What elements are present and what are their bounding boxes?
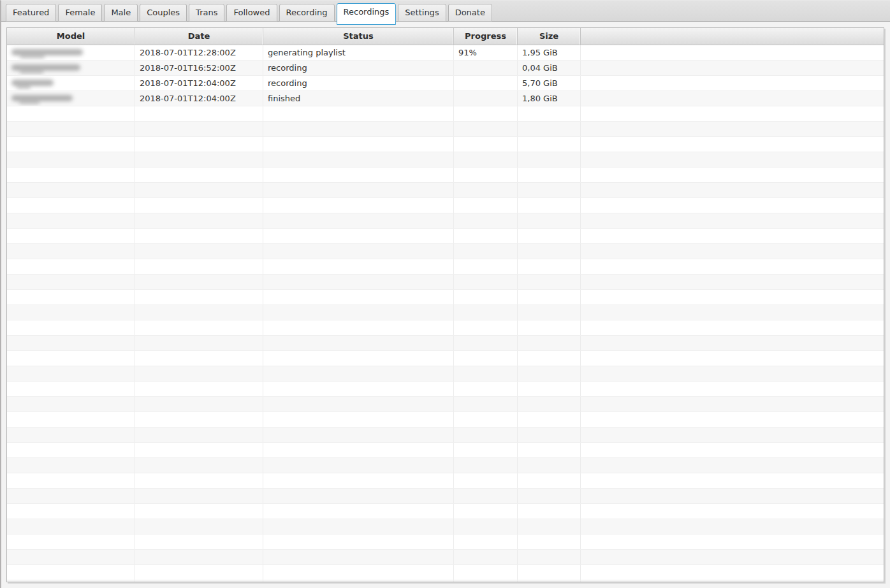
cell-progress [454,198,518,213]
cell-size [518,213,581,228]
cell-status [263,519,454,534]
cell-progress [454,152,518,167]
empty-row [7,504,884,519]
tab-donate[interactable]: Donate [448,4,492,22]
empty-row [7,122,884,137]
cell-model [7,565,135,580]
cell-status [263,137,454,152]
cell-progress [454,351,518,366]
empty-row [7,565,884,580]
cell-model [7,473,135,488]
empty-row [7,320,884,336]
cell-date [135,382,263,396]
tab-featured[interactable]: Featured [6,4,56,22]
tab-female[interactable]: Female [58,4,102,22]
column-header-size[interactable]: Size [518,28,581,45]
empty-row [7,382,884,397]
cell-size [518,259,581,274]
cell-date [135,106,263,121]
table-row[interactable]: 2018-07-01T12:04:00Zrecording5,70 GiB [7,76,884,91]
cell-size [518,397,581,412]
table-body: 2018-07-01T12:28:00Zgenerating playlist9… [7,45,884,582]
empty-row [7,106,884,122]
empty-row [7,336,884,351]
cell-filler [581,91,884,106]
tab-recording[interactable]: Recording [279,4,335,22]
cell-model [7,152,135,167]
cell-status [263,427,454,442]
table-row[interactable]: 2018-07-01T12:04:00Zfinished1,80 GiB [7,91,884,106]
cell-date [135,152,263,167]
cell-progress [454,550,518,564]
cell-filler [581,534,884,549]
cell-status [263,382,454,396]
column-header-date[interactable]: Date [135,28,263,45]
cell-progress [454,168,518,182]
cell-progress [454,259,518,274]
cell-filler [581,76,884,90]
cell-size [518,458,581,473]
cell-date [135,305,263,320]
cell-status [263,259,454,274]
cell-model [7,534,135,549]
tab-male[interactable]: Male [104,4,138,22]
cell-filler [581,168,884,182]
cell-filler [581,320,884,335]
cell-model [7,382,135,396]
cell-model [7,489,135,503]
column-header-status[interactable]: Status [263,28,454,45]
cell-status [263,351,454,366]
empty-row [7,183,884,198]
cell-filler [581,366,884,381]
cell-filler [581,290,884,305]
empty-row [7,366,884,382]
empty-row [7,458,884,473]
tab-settings[interactable]: Settings [398,4,446,22]
cell-filler [581,61,884,75]
cell-date [135,366,263,381]
cell-filler [581,473,884,488]
column-header-progress[interactable]: Progress [454,28,518,45]
cell-progress [454,366,518,381]
cell-status [263,198,454,213]
cell-progress [454,61,518,75]
cell-date [135,259,263,274]
cell-date [135,244,263,259]
cell-model [7,351,135,366]
cell-status: generating playlist [263,45,454,60]
tab-recordings[interactable]: Recordings [337,3,397,25]
table-row[interactable]: 2018-07-01T16:52:00Zrecording0,04 GiB [7,61,884,76]
cell-model [7,366,135,381]
cell-size [518,137,581,152]
cell-size [518,122,581,136]
table-row[interactable]: 2018-07-01T12:28:00Zgenerating playlist9… [7,45,884,61]
cell-size [518,443,581,457]
cell-status [263,168,454,182]
cell-date [135,565,263,580]
cell-status [263,183,454,197]
cell-size [518,366,581,381]
cell-filler [581,580,884,582]
cell-status [263,336,454,350]
tab-couples[interactable]: Couples [140,4,187,22]
cell-progress [454,473,518,488]
cell-model [7,336,135,350]
cell-progress [454,519,518,534]
cell-progress [454,458,518,473]
cell-model [7,106,135,121]
cell-size [518,244,581,259]
cell-size [518,168,581,182]
cell-filler [581,382,884,396]
cell-date [135,137,263,152]
cell-date [135,458,263,473]
cell-filler [581,183,884,197]
tab-followed[interactable]: Followed [226,4,277,22]
column-header-model[interactable]: Model [7,28,135,45]
cell-status [263,580,454,582]
cell-progress [454,290,518,305]
column-header-filler [581,28,884,45]
cell-size: 5,70 GiB [518,76,581,90]
cell-model [7,443,135,457]
tab-trans[interactable]: Trans [189,4,224,22]
cell-model [7,580,135,582]
